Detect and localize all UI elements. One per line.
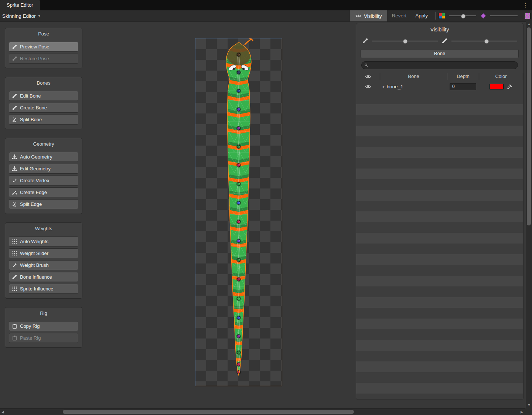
search-input[interactable] — [370, 62, 515, 68]
panel-rig-title: Rig — [5, 307, 82, 319]
depth-input[interactable]: 0 — [450, 83, 476, 90]
bone-name: bone_1 — [387, 84, 403, 89]
scroll-down-arrow-icon[interactable]: ▼ — [526, 403, 532, 407]
auto-geometry-label: Auto Geometry — [20, 154, 52, 160]
bone-opacity-slider[interactable] — [451, 39, 517, 43]
dots-grid-icon — [12, 239, 17, 244]
visibility-toggle-button[interactable]: Visibility — [350, 10, 388, 21]
split-edge-label: Split Edge — [20, 201, 42, 207]
scroll-left-arrow-icon[interactable]: ◀ — [1, 410, 4, 414]
toolbar-right-group: Visibility Revert Apply — [350, 10, 531, 21]
revert-button[interactable]: Revert — [387, 10, 411, 21]
slider-thumb[interactable] — [403, 39, 407, 44]
bone-size-icon — [362, 38, 368, 44]
sprite-influence-label: Sprite Influence — [20, 286, 53, 292]
vertical-scrollbar-thumb[interactable] — [527, 27, 531, 225]
paste-rig-label: Paste Rig — [20, 335, 41, 341]
skinning-editor-dropdown[interactable]: Skinning Editor ▾ — [2, 10, 40, 21]
pattern-swatch-icon[interactable] — [524, 13, 531, 19]
scroll-up-arrow-icon[interactable]: ▲ — [526, 22, 532, 26]
visibility-sliders — [356, 37, 523, 48]
expander-icon[interactable]: ▸ — [383, 84, 385, 89]
split-bone-button[interactable]: Split Bone — [9, 115, 78, 125]
scissors-icon — [12, 117, 17, 122]
search-field[interactable] — [361, 61, 518, 69]
vertical-scrollbar[interactable]: ▲ ▼ — [526, 21, 532, 408]
weight-slider-button[interactable]: Weight Slider — [9, 248, 78, 258]
pattern-opacity-slider[interactable] — [490, 14, 518, 18]
bone-influence-button[interactable]: Bone Influence — [9, 272, 78, 282]
toolbar: Skinning Editor ▾ Visibility Revert Appl… — [0, 10, 532, 22]
split-bone-label: Split Bone — [20, 117, 42, 122]
eyedropper-icon[interactable] — [507, 84, 512, 89]
panel-pose-title: Pose — [5, 28, 82, 40]
bone-color-swatch[interactable] — [490, 84, 504, 89]
bone-tab[interactable]: Bone — [361, 49, 519, 58]
bone-size-slider[interactable] — [372, 39, 438, 43]
apply-button[interactable]: Apply — [411, 10, 432, 21]
edge-plus-icon — [12, 190, 17, 195]
edit-geometry-label: Edit Geometry — [20, 166, 51, 171]
panel-rig: Rig Copy Rig Paste Rig — [5, 307, 82, 348]
kebab-menu-icon[interactable]: ⋮ — [522, 0, 528, 10]
restore-pose-button[interactable]: Restore Pose — [9, 54, 78, 64]
dots-grid-icon — [12, 286, 17, 292]
clipboard-icon — [12, 323, 17, 329]
color-palette-icon[interactable] — [439, 13, 445, 19]
bone-icon — [12, 93, 17, 99]
edit-bone-button[interactable]: Edit Bone — [9, 91, 78, 101]
slider-thumb[interactable] — [461, 14, 466, 18]
horizontal-scrollbar[interactable]: ◀ ▶ — [0, 408, 532, 415]
bone-table-header: Bone Depth Color — [356, 72, 523, 81]
paste-rig-button[interactable]: Paste Rig — [9, 333, 78, 343]
sprite-influence-button[interactable]: Sprite Influence — [9, 284, 78, 294]
tab-sprite-editor[interactable]: Sprite Editor — [0, 0, 40, 10]
scroll-right-arrow-icon[interactable]: ▶ — [521, 410, 523, 414]
mesh-icon — [12, 166, 17, 171]
panel-geometry-title: Geometry — [5, 138, 82, 150]
tool-sidebar: Pose Preview Pose Restore Pose Bones Edi… — [5, 28, 82, 356]
preview-pose-button[interactable]: Preview Pose — [9, 42, 78, 52]
keyframe-diamond-icon[interactable] — [481, 13, 486, 18]
opacity-slider[interactable] — [449, 14, 476, 18]
restore-pose-label: Restore Pose — [20, 56, 49, 61]
snake-sprite-artwork — [195, 38, 282, 386]
create-edge-button[interactable]: Create Edge — [9, 187, 78, 197]
split-edge-button[interactable]: Split Edge — [9, 199, 78, 209]
horizontal-scrollbar-thumb[interactable] — [63, 410, 354, 414]
panel-weights-title: Weights — [5, 223, 82, 235]
slider-track — [490, 16, 518, 16]
bone-table-row[interactable]: ▸ bone_1 0 — [356, 81, 523, 92]
eye-icon[interactable] — [365, 84, 371, 90]
auto-geometry-button[interactable]: Auto Geometry — [9, 152, 78, 162]
panel-geometry: Geometry Auto Geometry Edit Geometry Cre… — [5, 138, 82, 214]
weight-brush-button[interactable]: Weight Brush — [9, 260, 78, 270]
window-tab-bar: Sprite Editor ⋮ — [0, 0, 532, 10]
header-depth: Depth — [447, 73, 479, 80]
bone-icon — [12, 274, 17, 280]
create-bone-button[interactable]: Create Bone — [9, 103, 78, 113]
weight-slider-label: Weight Slider — [20, 251, 48, 256]
sprite-canvas[interactable] — [195, 38, 282, 386]
auto-weights-label: Auto Weights — [20, 239, 48, 244]
copy-rig-label: Copy Rig — [20, 323, 40, 329]
vertex-plus-icon — [12, 178, 17, 183]
create-vertex-button[interactable]: Create Vertex — [9, 176, 78, 186]
preview-pose-label: Preview Pose — [20, 44, 49, 50]
eye-column-icon — [365, 74, 371, 80]
sprite-editor-window: Sprite Editor ⋮ Skinning Editor ▾ Visibi… — [0, 0, 532, 415]
weight-brush-label: Weight Brush — [20, 262, 49, 268]
brush-icon — [12, 262, 17, 268]
panel-bones: Bones Edit Bone Create Bone Split Bone — [5, 77, 82, 129]
edit-geometry-button[interactable]: Edit Geometry — [9, 164, 78, 174]
bone-icon — [12, 105, 17, 110]
eye-icon — [355, 13, 361, 19]
panel-pose: Pose Preview Pose Restore Pose — [5, 28, 82, 68]
create-vertex-label: Create Vertex — [20, 178, 50, 183]
copy-rig-button[interactable]: Copy Rig — [9, 321, 78, 331]
mesh-icon — [12, 154, 17, 160]
auto-weights-button[interactable]: Auto Weights — [9, 237, 78, 246]
scissors-icon — [12, 201, 17, 207]
panel-weights: Weights Auto Weights Weight Slider Weigh… — [5, 222, 82, 299]
slider-thumb[interactable] — [484, 39, 489, 44]
